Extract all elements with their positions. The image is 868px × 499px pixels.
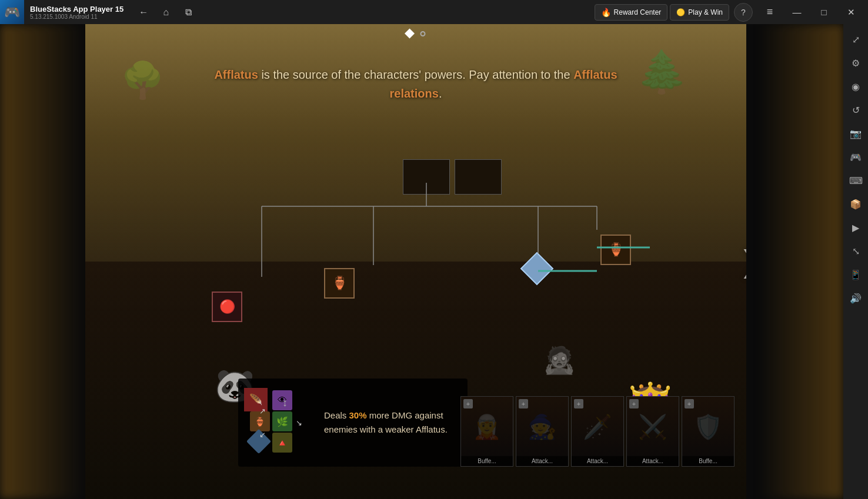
tree-right: 🌲	[636, 48, 687, 96]
app-name-block: BlueStacks App Player 15 5.13.215.1003 A…	[24, 5, 129, 20]
char-label-5: Buffe...	[682, 456, 734, 466]
reward-center-label: Reward Center	[614, 8, 662, 16]
node-red[interactable]: 🔴	[212, 292, 242, 322]
back-button[interactable]: ←	[134, 3, 153, 22]
phone-icon-btn[interactable]: 📱	[845, 264, 866, 285]
char-thumb-2[interactable]: + 🧙 Attack...	[516, 396, 569, 467]
game-viewport[interactable]: 🌳 🌲 Afflatus is the source of the charac…	[85, 24, 746, 499]
slide-dot-2[interactable]	[420, 31, 426, 36]
char-label-3: Attack...	[572, 456, 623, 466]
wheel-arrow-vertical: ↕	[282, 397, 288, 408]
char-thumb-5[interactable]: + 🛡️ Buffe...	[682, 396, 735, 467]
node-right-icon: 🏺	[608, 242, 624, 257]
right-sidebar: ⤢ ⚙ ◉ ↺ 📷 🎮 ⌨ 📦 ▶ ⤡ 📱 🔊	[843, 24, 868, 499]
bg-blur-left	[0, 24, 85, 499]
node-right-brown[interactable]: 🏺	[600, 235, 631, 265]
info-percent: 30%	[349, 410, 367, 420]
node-brown-icon: 🏺	[332, 276, 348, 291]
layers-button[interactable]: ⧉	[179, 3, 198, 22]
bg-blur-right	[758, 24, 843, 499]
wheel-left-icon: 🏺	[254, 416, 266, 427]
reward-center-button[interactable]: 🔥 Reward Center	[595, 4, 668, 21]
slide-dot-1[interactable]	[405, 29, 415, 39]
node-red-icon: 🔴	[219, 299, 235, 314]
node-brown[interactable]: 🏺	[324, 268, 355, 299]
app-version: 5.13.215.1003 Android 11	[30, 14, 123, 20]
info-description: Deals 30% more DMG against enemies with …	[324, 408, 456, 437]
apk-icon-btn[interactable]: 📦	[845, 193, 866, 215]
char-thumb-3[interactable]: + 🗡️ Attack...	[571, 396, 624, 467]
arrow-topleft: ↗	[259, 407, 266, 416]
volume-icon-btn[interactable]: 🔊	[845, 287, 866, 309]
wheel-icon-diamond	[246, 429, 271, 454]
settings-icon-btn[interactable]: ⚙	[845, 52, 866, 73]
titlebar: 🎮 BlueStacks App Player 15 5.13.215.1003…	[0, 0, 868, 24]
info-prefix: Deals	[324, 410, 349, 420]
char-thumb-1[interactable]: + 🧝 Buffe...	[460, 396, 513, 467]
char-label-1: Buffe...	[461, 456, 513, 466]
enemy-silhouette: 🧟	[543, 344, 576, 376]
character-strip: + 🧝 Buffe... + 🧙 Attack... + 🗡️ Attack..…	[460, 396, 735, 467]
wheel-red-icon: 🪶	[249, 393, 262, 406]
slide-dots	[406, 30, 426, 37]
arrow-right: ↘	[296, 418, 302, 427]
close-button[interactable]: ✕	[839, 0, 863, 24]
maximize-button[interactable]: □	[812, 0, 836, 24]
center-node-top2	[455, 159, 502, 195]
tutorial-text-part2: .	[439, 87, 442, 100]
center-node-top	[403, 159, 450, 195]
char-silhouette-3: 🗡️	[572, 397, 623, 457]
info-panel: 👁 🏺 🌿 ↕ 🔺 🪶	[238, 379, 468, 467]
tutorial-text-part1: is the source of the characters' powers.…	[258, 68, 573, 81]
nav-arrow-right[interactable]: ❯	[739, 245, 746, 279]
main-content: 🌳 🌲 Afflatus is the source of the charac…	[0, 24, 843, 499]
display-icon-btn[interactable]: ◉	[845, 76, 866, 97]
macro-icon-btn[interactable]: ▶	[845, 217, 866, 238]
app-logo: 🎮	[0, 0, 24, 24]
minimize-button[interactable]: —	[784, 0, 809, 24]
titlebar-actions: 🔥 Reward Center 🟡 Play & Win ? ≡ — □ ✕	[590, 0, 868, 24]
arrow-bottomleft: ↙	[259, 430, 266, 439]
char-silhouette-5: 🛡️	[682, 397, 734, 457]
wheel-icon-bottom: 🔺	[272, 433, 292, 453]
afflatus-keyword: Afflatus	[214, 68, 258, 81]
refresh-icon-btn[interactable]: ↺	[845, 99, 866, 120]
camera-icon-btn[interactable]: 📷	[845, 123, 866, 144]
char-thumb-4[interactable]: + ⚔️ Attack...	[626, 396, 679, 467]
char-silhouette-1: 🧝	[461, 397, 513, 457]
play-win-button[interactable]: 🟡 Play & Win	[670, 4, 729, 21]
home-button[interactable]: ⌂	[156, 3, 175, 22]
menu-button[interactable]: ≡	[757, 0, 782, 24]
logo-icon: 🎮	[4, 5, 20, 20]
wheel-center-icon: 🌿	[276, 416, 288, 427]
app-name: BlueStacks App Player 15	[30, 5, 123, 14]
char-label-2: Attack...	[516, 456, 568, 466]
wheel-bottom-icon: 🔺	[276, 437, 288, 448]
play-win-label: Play & Win	[688, 8, 723, 16]
fire-icon: 🔥	[601, 8, 611, 17]
resize-icon-btn[interactable]: ⤡	[845, 240, 866, 262]
expand-icon-btn[interactable]: ⤢	[845, 29, 866, 50]
afflatus-wheel: 👁 🏺 🌿 ↕ 🔺 🪶	[250, 390, 315, 455]
char-silhouette-2: 🧙	[516, 397, 568, 457]
coin-icon: 🟡	[676, 8, 685, 16]
char-silhouette-4: ⚔️	[627, 397, 679, 457]
nav-buttons: ← ⌂ ⧉	[129, 3, 202, 22]
wheel-icon-center: 🌿	[272, 411, 292, 431]
help-button[interactable]: ?	[734, 3, 753, 22]
keyboard-icon-btn[interactable]: ⌨	[845, 170, 866, 191]
right-arrow-icon: ❯	[739, 245, 746, 278]
tutorial-text: Afflatus is the source of the characters…	[210, 65, 622, 103]
tree-left: 🌳	[121, 59, 165, 101]
char-label-4: Attack...	[627, 456, 679, 466]
gamepad-icon-btn[interactable]: 🎮	[845, 146, 866, 168]
